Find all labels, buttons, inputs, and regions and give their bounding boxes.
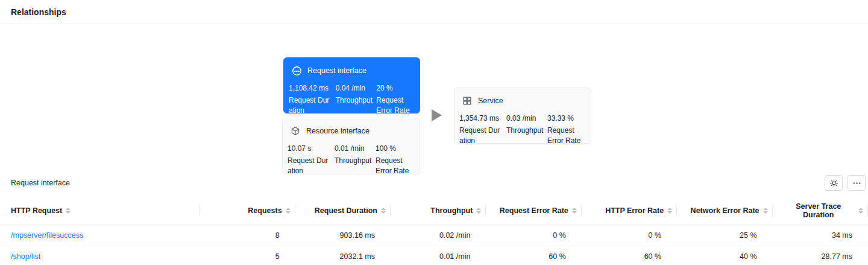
column-header-request-error-rate[interactable]: Request Error Rate: [486, 197, 581, 225]
metric-label: Throughput: [335, 156, 373, 166]
sort-desc-icon: [667, 211, 672, 214]
sort-asc-icon: [66, 208, 71, 210]
metric: 10.07 s Request Duration: [288, 144, 335, 177]
column-header-requests[interactable]: Requests: [200, 197, 295, 225]
metric-label: Request Error Rate: [376, 95, 417, 117]
sort-icons[interactable]: [476, 208, 481, 214]
column-header-server-trace-duration[interactable]: Server Trace Duration: [773, 197, 868, 225]
metric: 0.03 /min Throughput: [506, 114, 547, 147]
request-interface-icon: [291, 65, 302, 76]
table-header-row: HTTP RequestRequestsRequest DurationThro…: [0, 197, 868, 225]
metric-value: 1,108.42 ms: [289, 84, 333, 92]
node-service[interactable]: Service 1,354.73 ms Request Duration 0.0…: [454, 88, 591, 144]
more-button[interactable]: [848, 175, 866, 191]
metric: 20 % Request Error Rate: [376, 84, 420, 117]
node-resource-interface[interactable]: Resource interface 10.07 s Request Durat…: [282, 118, 420, 174]
sort-desc-icon: [286, 211, 291, 214]
sort-desc-icon: [763, 211, 768, 214]
node-metrics: 1,108.42 ms Request Duration 0.04 /min T…: [289, 84, 420, 117]
http-request-cell: /mpserver/filesuccess: [0, 225, 200, 246]
column-label: Network Error Rate: [691, 206, 760, 215]
metric-cell: 0 %: [582, 225, 677, 246]
metric-cell: 5: [200, 246, 295, 265]
column-label: Request Error Rate: [500, 206, 568, 215]
metric-label: Throughput: [506, 126, 545, 136]
metric-label: Request Duration: [288, 156, 332, 177]
metric-value: 100 %: [376, 144, 417, 153]
node-request-interface[interactable]: Request interface 1,108.42 ms Request Du…: [283, 57, 420, 113]
metric-cell: 0.01 /min: [391, 246, 486, 265]
column-header-throughput[interactable]: Throughput: [391, 197, 486, 225]
http-request-link[interactable]: /mpserver/filesuccess: [11, 231, 83, 240]
node-title: Request interface: [307, 66, 366, 75]
sort-asc-icon: [381, 208, 386, 210]
metric-cell: 903.16 ms: [295, 225, 391, 246]
metric-label: Request Error Rate: [376, 156, 417, 177]
page-title: Relationships: [11, 7, 66, 17]
node-header: Request interface: [291, 65, 420, 76]
metric-cell: 0 %: [486, 225, 581, 246]
metric-label: Request Duration: [289, 95, 333, 117]
service-icon: [462, 95, 473, 106]
sort-asc-icon: [763, 208, 768, 210]
metric-label: Request Error Rate: [547, 126, 588, 147]
sort-asc-icon: [286, 208, 291, 210]
metric-cell: 0.02 /min: [391, 225, 486, 246]
metric-cell: 2032.1 ms: [295, 246, 391, 265]
column-header-http-request[interactable]: HTTP Request: [0, 197, 200, 225]
sort-icons[interactable]: [66, 208, 71, 214]
sort-desc-icon: [66, 211, 71, 214]
node-header: Service: [462, 95, 591, 106]
http-request-cell: /shop/list: [0, 246, 200, 265]
node-metrics: 1,354.73 ms Request Duration 0.03 /min T…: [459, 114, 591, 147]
column-header-network-error-rate[interactable]: Network Error Rate: [677, 197, 772, 225]
sort-icons[interactable]: [286, 208, 291, 214]
page-header: Relationships: [0, 0, 868, 24]
column-label: Requests: [248, 206, 281, 215]
metric-value: 0.03 /min: [506, 114, 545, 123]
metric-value: 20 %: [376, 84, 417, 92]
http-request-link[interactable]: /shop/list: [11, 252, 40, 261]
metric-value: 1,354.73 ms: [459, 114, 504, 123]
table-row: /mpserver/filesuccess8903.16 ms0.02 /min…: [0, 225, 868, 246]
sort-asc-icon: [572, 208, 577, 210]
column-label: HTTP Request: [11, 206, 62, 215]
sort-icons[interactable]: [858, 208, 863, 214]
column-label: Throughput: [430, 206, 473, 215]
table-row: /shop/list52032.1 ms0.01 /min60 %60 %40 …: [0, 246, 868, 265]
sort-asc-icon: [476, 208, 481, 210]
metric-cell: 60 %: [582, 246, 677, 265]
ellipsis-icon: [852, 179, 861, 188]
column-label: Request Duration: [315, 206, 377, 215]
metric: 0.01 /min Throughput: [335, 144, 376, 177]
sort-icons[interactable]: [381, 208, 386, 214]
sort-icons[interactable]: [667, 208, 672, 214]
node-title: Service: [478, 97, 503, 105]
column-header-http-error-rate[interactable]: HTTP Error Rate: [582, 197, 677, 225]
sort-icons[interactable]: [572, 208, 577, 214]
metric-cell: 8: [200, 225, 295, 246]
metric-value: 0.04 /min: [336, 84, 374, 92]
metric-cell: 28.77 ms: [773, 246, 868, 265]
sort-asc-icon: [667, 208, 672, 210]
column-header-request-duration[interactable]: Request Duration: [295, 197, 391, 225]
node-header: Resource interface: [290, 126, 420, 136]
toolbar-actions: [820, 175, 866, 191]
table-toolbar: Request interface: [0, 174, 868, 197]
flow-arrow-icon: [432, 109, 442, 121]
metric-cell: 60 %: [486, 246, 581, 265]
request-interface-table: HTTP RequestRequestsRequest DurationThro…: [0, 197, 868, 265]
settings-button[interactable]: [825, 175, 843, 191]
sort-icons[interactable]: [763, 208, 768, 214]
metric: 1,108.42 ms Request Duration: [289, 84, 336, 117]
metric: 1,354.73 ms Request Duration: [459, 114, 506, 147]
sort-desc-icon: [858, 211, 863, 214]
relationship-diagram: Request interface 1,108.42 ms Request Du…: [0, 24, 868, 174]
metric-cell: 34 ms: [773, 225, 868, 246]
metric: 100 % Request Error Rate: [376, 144, 419, 177]
resource-interface-icon: [290, 126, 301, 136]
relationships-page: Relationships Request interface 1,108.42…: [0, 0, 868, 265]
metric-cell: 25 %: [677, 225, 772, 246]
sort-desc-icon: [476, 211, 481, 214]
column-label: HTTP Error Rate: [605, 206, 664, 215]
